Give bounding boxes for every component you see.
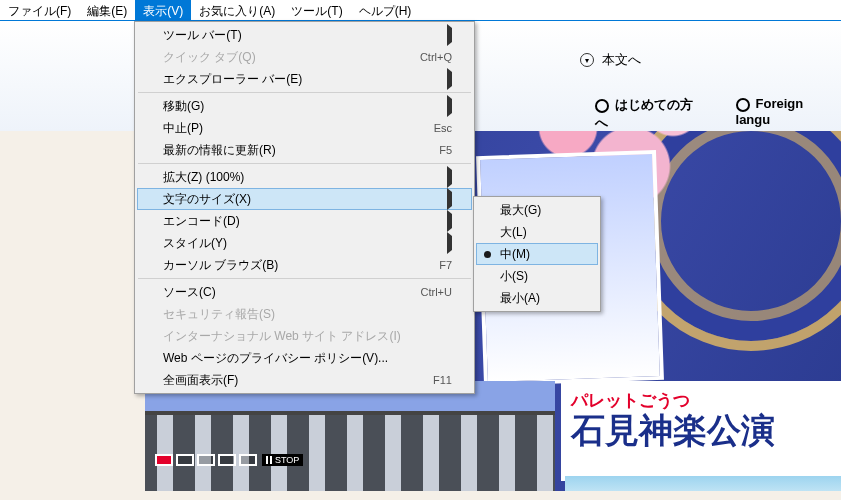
carousel-dot-1[interactable] (155, 454, 173, 466)
menu-favorites[interactable]: お気に入り(A) (191, 0, 283, 20)
submenu-arrow-icon (447, 28, 452, 42)
building-image (145, 381, 555, 491)
carousel-controls: STOP (155, 454, 303, 466)
menu-item-shortcut: Ctrl+Q (420, 51, 452, 63)
menu-item-label: 最新の情報に更新(R) (163, 142, 276, 159)
menu-item-label: エンコード(D) (163, 213, 240, 230)
pause-icon (266, 456, 272, 464)
menu-item-16: インターナショナル Web サイト アドレス(I) (137, 325, 472, 347)
menu-item-label: 全画面表示(F) (163, 372, 238, 389)
menu-item-label: 移動(G) (163, 98, 204, 115)
menu-item-label: スタイル(Y) (163, 235, 227, 252)
menu-item-label: エクスプローラー バー(E) (163, 71, 302, 88)
link-first-time-label: はじめての方へ (595, 97, 693, 130)
submenu-arrow-icon (447, 72, 452, 86)
radio-selected-icon (484, 251, 491, 258)
textsize-item-0[interactable]: 最大(G) (476, 199, 598, 221)
menu-item-8[interactable]: 拡大(Z) (100%) (137, 166, 472, 188)
submenu-arrow-icon (447, 99, 452, 113)
menu-item-5[interactable]: 中止(P)Esc (137, 117, 472, 139)
menu-item-14[interactable]: ソース(C)Ctrl+U (137, 281, 472, 303)
menu-item-label: 拡大(Z) (100%) (163, 169, 244, 186)
event-banner-subtitle: パレットごうつ (571, 389, 831, 412)
menu-item-shortcut: Ctrl+U (421, 286, 452, 298)
menu-item-label: カーソル ブラウズ(B) (163, 257, 278, 274)
textsize-item-3[interactable]: 小(S) (476, 265, 598, 287)
menu-item-shortcut: F11 (433, 374, 452, 386)
submenu-arrow-icon (447, 214, 452, 228)
menu-item-0[interactable]: ツール バー(T) (137, 24, 472, 46)
menu-tools[interactable]: ツール(T) (283, 0, 350, 20)
menu-file[interactable]: ファイル(F) (0, 0, 79, 20)
menu-item-12[interactable]: カーソル ブラウズ(B)F7 (137, 254, 472, 276)
menu-item-shortcut: Esc (434, 122, 452, 134)
carousel-stop-button[interactable]: STOP (262, 454, 303, 466)
menu-item-label: クイック タブ(Q) (163, 49, 256, 66)
menu-item-label: インターナショナル Web サイト アドレス(I) (163, 328, 401, 345)
link-first-time[interactable]: はじめての方へ (595, 96, 706, 132)
menu-item-2[interactable]: エクスプローラー バー(E) (137, 68, 472, 90)
menu-edit[interactable]: 編集(E) (79, 0, 135, 20)
menu-item-11[interactable]: スタイル(Y) (137, 232, 472, 254)
textsize-item-4[interactable]: 最小(A) (476, 287, 598, 309)
link-foreign[interactable]: Foreign langu (736, 96, 841, 132)
menu-item-shortcut: F7 (439, 259, 452, 271)
chevron-down-icon: ▾ (580, 53, 594, 67)
textsize-item-1[interactable]: 大(L) (476, 221, 598, 243)
textsize-item-label: 最小(A) (500, 290, 540, 307)
skip-link[interactable]: ▾ 本文へ (580, 51, 641, 69)
menu-item-label: Web ページのプライバシー ポリシー(V)... (163, 350, 388, 367)
menu-item-label: ツール バー(T) (163, 27, 242, 44)
event-banner[interactable]: パレットごうつ 石見神楽公演 (561, 381, 841, 481)
textsize-item-label: 小(S) (500, 268, 528, 285)
menu-item-18[interactable]: 全画面表示(F)F11 (137, 369, 472, 391)
circle-icon (736, 98, 750, 112)
menu-item-17[interactable]: Web ページのプライバシー ポリシー(V)... (137, 347, 472, 369)
text-size-submenu: 最大(G)大(L)中(M)小(S)最小(A) (473, 196, 601, 312)
skip-link-label: 本文へ (602, 51, 641, 69)
textsize-item-label: 最大(G) (500, 202, 541, 219)
menu-item-label: ソース(C) (163, 284, 216, 301)
menu-item-label: 中止(P) (163, 120, 203, 137)
submenu-arrow-icon (447, 192, 452, 206)
decorative-roofs (565, 476, 841, 491)
menu-item-15: セキュリティ報告(S) (137, 303, 472, 325)
menu-item-1: クイック タブ(Q)Ctrl+Q (137, 46, 472, 68)
circle-icon (595, 99, 609, 113)
menubar: ファイル(F) 編集(E) 表示(V) お気に入り(A) ツール(T) ヘルプ(… (0, 0, 841, 21)
carousel-dot-4[interactable] (218, 454, 236, 466)
carousel-dot-3[interactable] (197, 454, 215, 466)
submenu-arrow-icon (447, 170, 452, 184)
submenu-arrow-icon (447, 236, 452, 250)
menu-help[interactable]: ヘルプ(H) (351, 0, 420, 20)
menu-item-10[interactable]: エンコード(D) (137, 210, 472, 232)
textsize-item-2[interactable]: 中(M) (476, 243, 598, 265)
menu-item-label: セキュリティ報告(S) (163, 306, 275, 323)
carousel-stop-label: STOP (275, 455, 299, 465)
menu-item-label: 文字のサイズ(X) (163, 191, 251, 208)
menu-item-6[interactable]: 最新の情報に更新(R)F5 (137, 139, 472, 161)
view-menu-dropdown: ツール バー(T)クイック タブ(Q)Ctrl+Qエクスプローラー バー(E)移… (134, 21, 475, 394)
menu-item-shortcut: F5 (439, 144, 452, 156)
carousel-dot-2[interactable] (176, 454, 194, 466)
menu-item-9[interactable]: 文字のサイズ(X) (137, 188, 472, 210)
menu-view[interactable]: 表示(V) (135, 0, 191, 20)
menu-item-4[interactable]: 移動(G) (137, 95, 472, 117)
textsize-item-label: 大(L) (500, 224, 527, 241)
textsize-item-label: 中(M) (500, 246, 530, 263)
carousel-dot-5[interactable] (239, 454, 257, 466)
event-banner-title: 石見神楽公演 (571, 412, 831, 449)
